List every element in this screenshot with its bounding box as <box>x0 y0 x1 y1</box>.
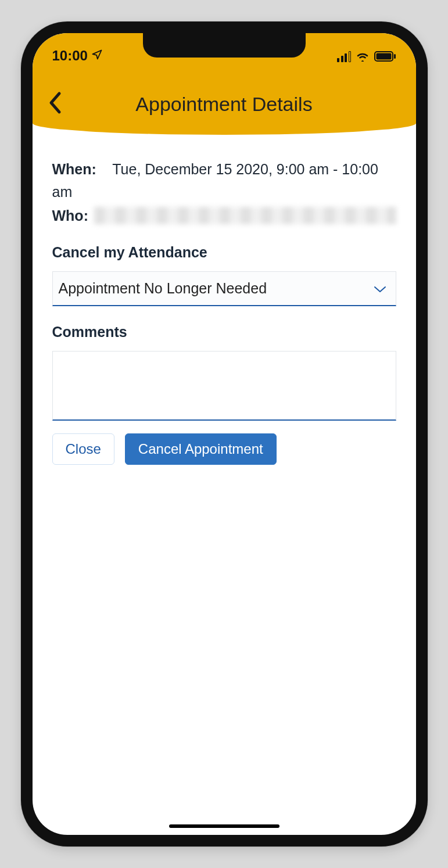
who-line: Who: <box>52 205 396 227</box>
nav-bar: Appointment Details <box>33 74 416 135</box>
who-value-redacted <box>94 207 396 224</box>
battery-icon <box>374 49 396 65</box>
status-right <box>337 46 396 65</box>
content-area: When: Tue, December 15 2020, 9:00 am - 1… <box>33 135 416 465</box>
comments-input[interactable] <box>52 351 396 421</box>
page-title: Appointment Details <box>135 93 312 116</box>
svg-rect-2 <box>394 54 396 59</box>
back-button[interactable] <box>48 91 64 114</box>
cellular-signal-icon <box>337 52 351 62</box>
cancel-reason-selected: Appointment No Longer Needed <box>59 280 267 297</box>
status-time: 10:00 <box>52 48 88 64</box>
phone-frame: 10:00 <box>21 21 428 847</box>
when-label: When: <box>52 161 96 177</box>
phone-screen: 10:00 <box>33 33 416 835</box>
cancel-attendance-title: Cancel my Attendance <box>52 244 396 261</box>
who-label: Who: <box>52 205 88 227</box>
wifi-icon <box>356 49 370 65</box>
cancel-appointment-button[interactable]: Cancel Appointment <box>125 433 277 465</box>
cancel-reason-select[interactable]: Appointment No Longer Needed <box>52 271 396 306</box>
home-indicator[interactable] <box>169 824 279 828</box>
svg-rect-1 <box>376 53 391 60</box>
device-notch <box>143 33 306 58</box>
chevron-down-icon <box>374 280 386 297</box>
comments-title: Comments <box>52 324 396 340</box>
when-line: When: Tue, December 15 2020, 9:00 am - 1… <box>52 158 396 203</box>
location-icon <box>91 48 103 64</box>
status-left: 10:00 <box>52 48 103 64</box>
button-row: Close Cancel Appointment <box>52 433 396 465</box>
close-button[interactable]: Close <box>52 433 114 465</box>
